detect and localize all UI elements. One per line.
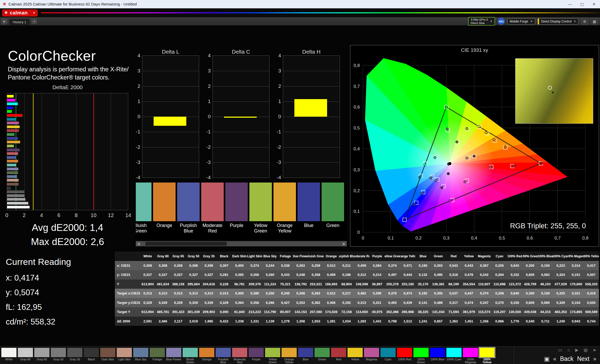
color-swatch[interactable]: Purplish Blue	[177, 183, 200, 234]
toolbar-swatch[interactable]: Blue Sky	[133, 348, 149, 364]
toolbar-swatch[interactable]: Foliage	[149, 348, 165, 364]
toolbar-swatch[interactable]: Red	[331, 348, 346, 364]
table-column-header: Black	[216, 252, 232, 261]
table-cell: 0,259	[308, 261, 323, 270]
toolbar-swatch[interactable]: 100% Blue	[430, 348, 445, 364]
de2000-bar	[7, 137, 18, 140]
toolbar-swatch[interactable]: 100% Red	[397, 348, 412, 364]
swatch-color	[199, 348, 215, 357]
de2000-bar-row	[7, 164, 128, 166]
toolbar-swatch[interactable]: 100% Magenta	[463, 348, 478, 364]
display-control-dropdown[interactable]: Direct Display Control ▼	[538, 18, 579, 25]
color-swatch[interactable]: Blue	[298, 183, 320, 234]
settings-gear-icon[interactable]: ⚙	[581, 18, 588, 25]
toolbar-swatch[interactable]: Gray 50	[51, 348, 66, 364]
scrollbar-track[interactable]	[141, 241, 341, 246]
color-swatch[interactable]: Green	[322, 183, 344, 234]
meter-status-badge[interactable]: 431	[498, 18, 505, 25]
minimize-button[interactable]: —	[564, 0, 576, 8]
table-cell: 0,478	[461, 270, 476, 280]
color-swatch[interactable]: Moderate Red	[201, 183, 224, 234]
de2000-bar	[7, 106, 13, 109]
toolbar-swatch[interactable]: Gray 65	[34, 348, 50, 364]
home-icon[interactable]: ⌂	[567, 348, 570, 352]
next-icon[interactable]: »	[593, 356, 596, 362]
toolbar-swatch[interactable]: Purplish Blue	[215, 348, 231, 364]
cie-measured-marker	[473, 155, 475, 157]
chevron-down-icon[interactable]: ▼	[30, 11, 36, 14]
toolbar-swatch[interactable]: Orange Yellow	[281, 348, 297, 364]
toolbar-swatch[interactable]: Blue Flower	[166, 348, 182, 364]
color-swatch[interactable]: Orange	[153, 183, 176, 234]
scroll-right-icon[interactable]: ▶	[341, 241, 347, 246]
display-icon[interactable]: ▭	[558, 348, 562, 352]
color-swatch[interactable]: Orange Yellow	[273, 183, 296, 234]
delta-l-title: Delta L	[142, 49, 199, 55]
cie-measured-marker	[466, 157, 468, 159]
swatch-label: 100% Yellow	[479, 358, 495, 364]
toolbar-swatch[interactable]: Gray 35	[67, 348, 83, 364]
add-tab-button[interactable]: +	[32, 19, 37, 24]
color-swatch[interactable]: Yellow Green	[249, 183, 272, 234]
toolbar-swatch[interactable]: Purple	[248, 348, 264, 364]
table-column-header: 100% Green	[523, 252, 538, 261]
toolbar-swatch[interactable]: Green	[314, 348, 330, 364]
rgb-triplet-label: RGB Triplet: 255, 255, 0	[510, 222, 586, 230]
de2000-bar	[7, 141, 20, 143]
toolbar-swatch[interactable]: 100% Yellow	[479, 348, 495, 364]
toolbar-swatch[interactable]: Bluish Green	[182, 348, 198, 364]
table-cell: 0,376	[385, 289, 400, 298]
swatch-label: Bluish Green	[182, 358, 198, 364]
close-button[interactable]: ✕	[588, 0, 600, 8]
play-icon[interactable]: ▶	[575, 348, 578, 352]
table-cell: 0,312	[354, 270, 369, 280]
delta-ytick-label: 4	[132, 53, 140, 59]
toolbar-swatch[interactable]: Dark Skin	[100, 348, 116, 364]
toolbar-swatch[interactable]: Yellow Green	[265, 348, 281, 364]
send-icon[interactable]: ➤	[593, 348, 596, 352]
next-button[interactable]: Next	[577, 355, 589, 362]
toolbar-swatch[interactable]: Blue	[298, 348, 313, 364]
color-swatch[interactable]: Bluish Green	[136, 183, 152, 234]
source-dropdown[interactable]: Mobile Forge ▼	[507, 18, 535, 25]
toolbar-swatch[interactable]: Yellow	[347, 348, 363, 364]
scrollbar-thumb[interactable]	[145, 241, 227, 246]
cie-measured-marker	[464, 181, 466, 183]
table-cell: 0,512	[324, 261, 339, 270]
delta-gridline	[142, 147, 199, 147]
color-swatch[interactable]: Purple	[225, 183, 248, 234]
tab-scroll-button[interactable]: ▶	[2, 19, 7, 24]
current-reading-cdm2: cd/m²: 558,32	[6, 317, 55, 327]
table-cell: 1,512	[400, 317, 415, 326]
maximize-button[interactable]: ▢	[576, 0, 588, 8]
toolbar-swatch[interactable]: 100% Cyan	[446, 348, 462, 364]
layout-panel-icon[interactable]: ▦	[591, 18, 598, 25]
delta-c-plot: 43210-1-2-3-4	[212, 55, 270, 178]
table-cell: 0,329	[216, 298, 232, 308]
toolbar-swatch[interactable]: Gray 80	[18, 348, 33, 364]
toolbar-swatch[interactable]: Orange	[199, 348, 215, 364]
table-cell: 391,423	[171, 307, 186, 317]
table-cell: 0,308	[155, 261, 170, 270]
report-icon[interactable]: ▤	[584, 348, 587, 352]
back-icon[interactable]: «	[553, 356, 556, 362]
toolbar-swatch[interactable]: Light Skin	[116, 348, 132, 364]
table-cell: 439,038	[523, 307, 538, 317]
table-cell: 0,356	[247, 298, 262, 308]
toolbar-swatch[interactable]: Cyan	[380, 348, 396, 364]
current-reading-y: y: 0,5074	[6, 288, 39, 297]
calman-menu-button[interactable]: ❖ calman ▼	[2, 9, 38, 16]
toolbar-swatch[interactable]: 100% Green	[413, 348, 429, 364]
toolbar-swatch[interactable]: Black	[83, 348, 99, 364]
swatch-strip-scrollbar[interactable]: ◀ ▶	[136, 241, 347, 246]
toolbar-swatch[interactable]: Moderate Red	[232, 348, 248, 364]
scroll-left-icon[interactable]: ◀	[136, 241, 141, 246]
toolbar-swatch[interactable]: White	[1, 348, 17, 364]
back-button[interactable]: Back	[560, 355, 573, 362]
swatch-color	[479, 348, 495, 357]
pattern-window-icon[interactable]: ▣	[544, 356, 549, 362]
meter-dropdown[interactable]: X-Rite i1Pro 3 Direct View ▼	[468, 17, 495, 25]
tab-history-1[interactable]: History 1	[9, 19, 30, 25]
toolbar-swatch[interactable]: Magenta	[364, 348, 379, 364]
delta-gridline	[283, 147, 340, 147]
